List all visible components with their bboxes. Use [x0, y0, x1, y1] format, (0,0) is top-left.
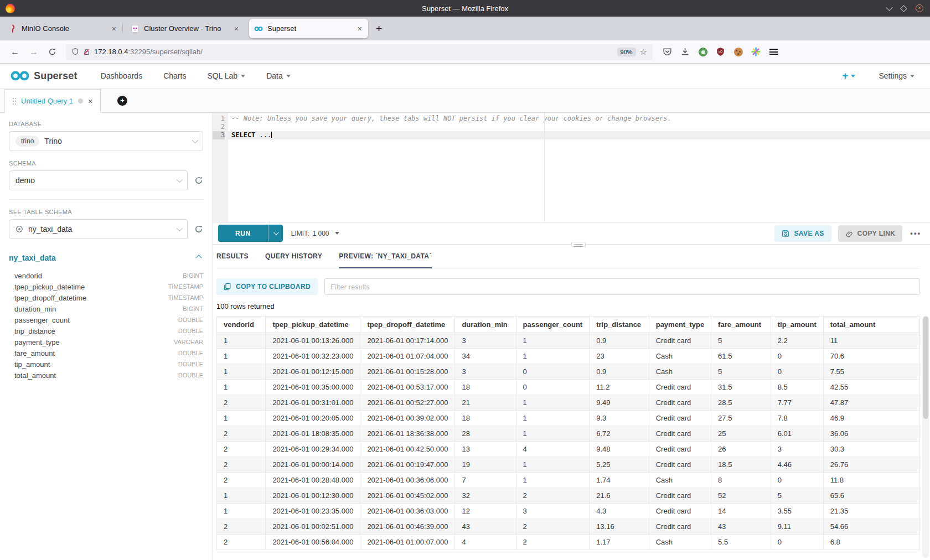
settings-menu[interactable]: Settings [879, 71, 914, 80]
superset-brand[interactable]: Superset [10, 70, 78, 82]
tab-manager-extension-icon[interactable] [751, 47, 761, 56]
add-new-menu[interactable]: + [842, 70, 855, 82]
ublock-extension-icon[interactable]: uO [716, 47, 725, 56]
window-maximize-icon[interactable] [900, 5, 907, 12]
table-column-row[interactable]: tip_amountDOUBLE [9, 359, 203, 370]
results-scrollbar[interactable] [922, 315, 929, 558]
cookie-extension-icon[interactable] [733, 47, 743, 56]
run-options-button[interactable] [268, 225, 283, 242]
run-button[interactable]: RUN [218, 225, 283, 242]
downloads-icon[interactable] [680, 47, 690, 56]
table-cell: 9.48 [590, 442, 649, 457]
column-header[interactable]: vendorid [217, 317, 266, 333]
copy-link-button[interactable]: COPY LINK [838, 225, 903, 242]
collapse-table-icon[interactable] [195, 255, 202, 261]
column-header[interactable]: fare_amount [711, 317, 771, 333]
table-row[interactable]: 22021-06-01 00:28:48.0002021-06-01 00:36… [217, 473, 920, 488]
url-text[interactable]: 172.18.0.4:32295/superset/sqllab/ [94, 48, 613, 56]
save-as-button[interactable]: SAVE AS [774, 225, 831, 242]
table-row[interactable]: 12021-06-01 00:20:05.0002021-06-01 00:39… [217, 411, 920, 426]
table-row[interactable]: 12021-06-01 00:35:00.0002021-06-01 00:53… [217, 380, 920, 395]
table-column-row[interactable]: passenger_countDOUBLE [9, 314, 203, 325]
menu-icon[interactable] [769, 47, 778, 56]
table-row[interactable]: 22021-06-01 18:08:35.0002021-06-01 18:36… [217, 426, 920, 442]
query-tab-close-icon[interactable]: × [88, 97, 92, 106]
table-schema-heading[interactable]: ny_taxi_data [9, 253, 56, 262]
table-row[interactable]: 12021-06-01 00:13:26.0002021-06-01 00:17… [217, 333, 920, 349]
table-column-row[interactable]: vendoridBIGINT [9, 270, 203, 281]
table-row[interactable]: 22021-06-01 00:00:14.0002021-06-01 00:19… [217, 457, 920, 473]
more-options-button[interactable]: ••• [910, 229, 921, 237]
table-column-row[interactable]: total_amountDOUBLE [9, 370, 203, 381]
tab-close-icon[interactable]: × [111, 24, 117, 33]
table-column-row[interactable]: duration_minBIGINT [9, 303, 203, 314]
query-tab-active[interactable]: Untitled Query 1 × [4, 89, 101, 113]
back-icon[interactable]: ← [6, 47, 24, 57]
column-header[interactable]: duration_min [455, 317, 516, 333]
tab-close-icon[interactable]: × [356, 24, 363, 33]
table-cell: 2021-06-01 00:35:00.000 [266, 380, 360, 395]
browser-tab-minio[interactable]: MinIO Console × [3, 19, 122, 38]
zoom-level-badge[interactable]: 90% [617, 48, 636, 56]
limit-dropdown[interactable]: LIMIT: 1 000 [291, 230, 339, 237]
nav-item-charts[interactable]: Charts [163, 71, 186, 80]
results-tab-preview[interactable]: PREVIEW: `NY_TAXI_DATA` [339, 252, 432, 268]
table-select[interactable]: ny_taxi_data [9, 219, 188, 239]
scrollbar-thumb[interactable] [923, 317, 928, 419]
add-query-tab-button[interactable]: + [117, 96, 127, 106]
tracking-shield-icon[interactable] [71, 48, 79, 56]
forward-icon[interactable]: → [24, 47, 43, 57]
column-header[interactable]: tpep_dropoff_datetime [360, 317, 455, 333]
new-tab-button[interactable]: + [376, 23, 382, 35]
table-row[interactable]: 22021-06-01 00:02:51.0002021-06-01 00:46… [217, 519, 920, 535]
window-close-icon[interactable]: × [916, 4, 923, 12]
table-row[interactable]: 22021-06-01 00:56:04.0002021-06-01 01:00… [217, 535, 920, 550]
column-header[interactable]: passenger_count [516, 317, 590, 333]
sql-keyword: SELECT [231, 131, 255, 139]
refresh-schema-icon[interactable] [194, 176, 203, 185]
table-row[interactable]: 22021-06-01 00:31:01.0002021-06-01 00:52… [217, 395, 920, 411]
column-header[interactable]: total_amount [823, 317, 919, 333]
nav-item-sql-lab[interactable]: SQL Lab [207, 71, 245, 80]
database-select[interactable]: trino Trino [9, 131, 203, 151]
results-tab-results[interactable]: RESULTS [216, 252, 249, 268]
reload-icon[interactable] [48, 48, 56, 56]
insecure-lock-icon[interactable] [83, 48, 90, 56]
table-row[interactable]: 12021-06-01 00:32:23.0002021-06-01 01:07… [217, 349, 920, 364]
window-shade-icon[interactable] [886, 4, 893, 11]
column-header[interactable]: tip_amount [771, 317, 823, 333]
table-row[interactable]: 12021-06-01 00:23:35.0002021-06-01 00:36… [217, 504, 920, 519]
table-row[interactable]: 12021-06-01 00:12:15.0002021-06-01 00:15… [217, 364, 920, 380]
url-bar[interactable]: 172.18.0.4:32295/superset/sqllab/ 90% ☆ [66, 44, 653, 60]
tab-close-icon[interactable]: × [233, 24, 240, 33]
nav-item-dashboards[interactable]: Dashboards [101, 71, 143, 80]
results-tab-query-history[interactable]: QUERY HISTORY [265, 252, 322, 268]
sql-text: ... [255, 131, 271, 139]
filter-results-input[interactable] [324, 278, 920, 295]
column-header[interactable]: trip_distance [590, 317, 649, 333]
table-cell: 2021-06-01 00:12:15.000 [266, 364, 360, 380]
column-header[interactable]: tpep_pickup_datetime [266, 317, 360, 333]
editor-content[interactable]: -- Note: Unless you save your query, the… [228, 113, 930, 222]
table-column-row[interactable]: tpep_pickup_datetimeTIMESTAMP [9, 281, 203, 292]
bookmark-star-icon[interactable]: ☆ [640, 47, 647, 57]
table-row[interactable]: 12021-06-01 00:12:30.0002021-06-01 00:45… [217, 488, 920, 504]
run-button-label[interactable]: RUN [218, 225, 268, 242]
table-column-row[interactable]: payment_typeVARCHAR [9, 336, 203, 348]
nav-item-data[interactable]: Data [266, 71, 291, 80]
sql-editor[interactable]: 1 2 3 -- Note: Unless you save your quer… [213, 113, 930, 222]
copy-to-clipboard-button[interactable]: COPY TO CLIPBOARD [216, 278, 318, 295]
table-cell: 7.77 [771, 395, 823, 411]
table-column-row[interactable]: fare_amountDOUBLE [9, 348, 203, 359]
schema-select[interactable]: demo [9, 170, 188, 190]
greasemonkey-extension-icon[interactable] [698, 47, 707, 56]
column-header[interactable]: payment_type [649, 317, 711, 333]
refresh-table-icon[interactable] [194, 225, 203, 234]
table-column-row[interactable]: trip_distanceDOUBLE [9, 325, 203, 336]
table-row[interactable]: 22021-06-01 00:29:34.0002021-06-01 00:42… [217, 442, 920, 457]
browser-tab-superset[interactable]: Superset × [249, 19, 368, 38]
pocket-icon[interactable] [663, 47, 672, 56]
table-column-row[interactable]: tpep_dropoff_datetimeTIMESTAMP [9, 292, 203, 303]
drag-handle-icon[interactable] [13, 97, 16, 105]
browser-tab-trino[interactable]: Cluster Overview - Trino × [126, 19, 245, 38]
